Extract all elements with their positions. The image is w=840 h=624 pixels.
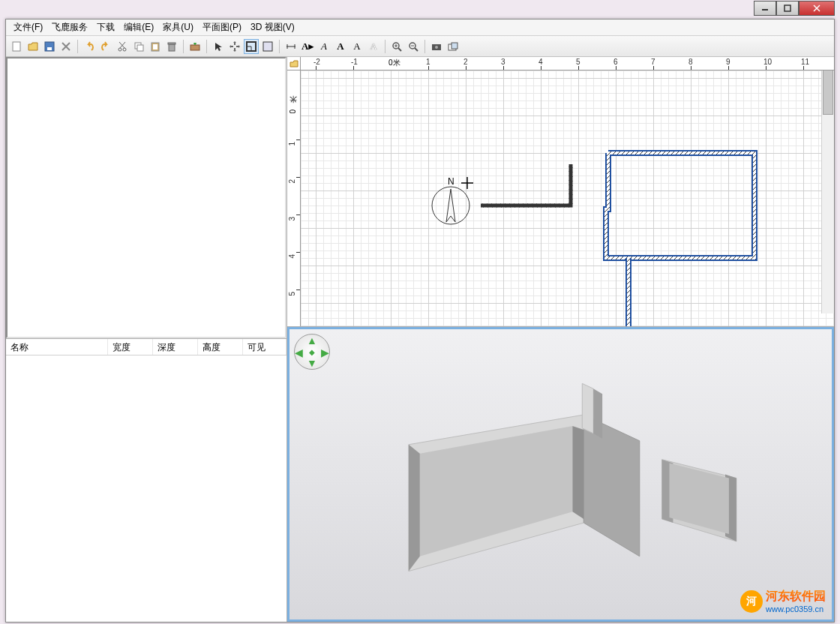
watermark: 河 河东软件园 www.pc0359.cn — [740, 589, 826, 614]
column-header-height[interactable]: 高度 — [198, 339, 243, 355]
svg-marker-48 — [584, 415, 639, 556]
save-icon[interactable] — [42, 39, 57, 54]
horizontal-ruler[interactable]: 0米 -2-11234567891011 — [301, 57, 834, 70]
nav-left-icon[interactable]: ◀ — [295, 346, 303, 358]
menu-edit[interactable]: 编辑(E) — [119, 20, 158, 35]
redo-icon[interactable] — [98, 39, 113, 54]
zoom-in-icon[interactable] — [389, 39, 404, 54]
column-header-width[interactable]: 宽度 — [108, 339, 153, 355]
text-outline-icon[interactable]: A — [366, 39, 381, 54]
menu-download[interactable]: 下载 — [92, 20, 119, 35]
create-rooms-icon[interactable] — [260, 39, 275, 54]
column-header-depth[interactable]: 深度 — [153, 339, 198, 355]
nav-right-icon[interactable]: ▶ — [321, 346, 329, 358]
svg-marker-52 — [582, 383, 593, 434]
ruler-tick: 8 — [688, 58, 693, 66]
ruler-tick: 1 — [288, 142, 296, 146]
furniture-list-panel: 名称 宽度 深度 高度 可见 — [6, 338, 286, 622]
ruler-tick: 3 — [501, 58, 506, 66]
view-3d-scene — [290, 329, 832, 620]
menu-file[interactable]: 文件(F) — [9, 20, 47, 35]
ruler-tick: 11 — [801, 58, 809, 66]
dimension-icon[interactable] — [284, 39, 298, 54]
svg-text:N: N — [448, 176, 454, 187]
scrollbar-thumb[interactable] — [823, 70, 833, 115]
open-icon[interactable] — [26, 39, 40, 54]
ruler-tick: 5 — [576, 58, 580, 66]
svg-marker-51 — [409, 445, 420, 572]
ruler-origin-h: 0米 — [388, 58, 400, 68]
right-column: 0米 -2-11234567891011 0米 123456 — [287, 57, 834, 622]
nav-down-icon[interactable]: ▼ — [307, 357, 317, 369]
model-box-large — [409, 415, 640, 572]
svg-rect-39 — [452, 43, 458, 49]
ruler-tick: 2 — [464, 58, 468, 66]
add-furniture-icon[interactable] — [188, 39, 202, 54]
export-icon[interactable] — [446, 39, 460, 54]
ruler-origin-v: 0米 — [288, 110, 298, 114]
cursor-crosshair-icon — [461, 177, 473, 189]
catalog-tree-panel[interactable] — [6, 57, 286, 338]
model-box-small — [662, 460, 736, 542]
prefs-icon[interactable] — [58, 39, 74, 54]
menu-plan[interactable]: 平面图(P) — [198, 20, 246, 35]
paste-icon[interactable] — [148, 39, 163, 54]
column-header-visible[interactable]: 可见 — [243, 339, 286, 355]
camera-icon[interactable] — [429, 39, 444, 54]
vertical-ruler[interactable]: 0米 123456 — [287, 70, 301, 326]
text-bold-icon[interactable]: A — [333, 39, 348, 54]
toolbar-separator — [385, 40, 386, 53]
window-maximize-button[interactable] — [776, 1, 799, 16]
menu-3dview[interactable]: 3D 视图(V) — [246, 20, 299, 35]
furniture-table-body[interactable] — [6, 356, 286, 622]
window-minimize-button[interactable] — [754, 1, 776, 16]
wall-segment-plain[interactable] — [481, 164, 571, 206]
nav-up-icon[interactable]: ▲ — [307, 334, 317, 346]
watermark-url: www.pc0359.cn — [766, 604, 826, 614]
toolbar-separator — [279, 40, 280, 53]
pan-tool-icon[interactable] — [227, 39, 242, 54]
ruler-tick: 2 — [288, 179, 296, 184]
svg-point-40 — [432, 187, 470, 224]
svg-line-11 — [120, 42, 125, 48]
toolbar: A▸ A A A A — [6, 36, 834, 57]
window-close-button[interactable] — [799, 1, 835, 16]
svg-rect-18 — [168, 43, 176, 44]
text-plain-icon[interactable]: A — [350, 39, 364, 54]
nav-center-icon[interactable]: ◆ — [309, 348, 315, 356]
svg-line-34 — [415, 48, 418, 51]
cut-icon[interactable] — [115, 39, 130, 54]
svg-rect-17 — [169, 44, 175, 51]
undo-icon[interactable] — [82, 39, 97, 54]
left-column: 名称 宽度 深度 高度 可见 — [6, 57, 287, 622]
text-tool-icon[interactable]: A▸ — [300, 39, 315, 54]
svg-rect-25 — [263, 42, 272, 51]
text-style-icon[interactable]: A — [316, 39, 332, 54]
furniture-table-header: 名称 宽度 深度 高度 可见 — [6, 339, 286, 356]
plan-scrollbar-vertical[interactable] — [821, 57, 834, 314]
copy-icon[interactable] — [131, 39, 146, 54]
ruler-tick: 7 — [651, 58, 656, 66]
menubar: 文件(F) 飞鹿服务 下载 编辑(E) 家具(U) 平面图(P) 3D 视图(V… — [6, 20, 834, 36]
column-header-name[interactable]: 名称 — [6, 339, 108, 355]
wall-room-selected[interactable] — [606, 153, 754, 258]
toolbar-separator — [206, 40, 207, 53]
3d-nav-rosette[interactable]: ▲ ▼ ◀ ▶ ◆ — [294, 334, 330, 370]
view-3d-panel[interactable]: ▲ ▼ ◀ ▶ ◆ 河 河东软件园 www.pc0359.cn — [287, 327, 834, 622]
ruler-tick: 1 — [426, 58, 430, 66]
plan-canvas[interactable]: N — [301, 70, 834, 326]
create-walls-icon[interactable] — [244, 39, 259, 54]
zoom-out-icon[interactable] — [406, 39, 421, 54]
ruler-tick: 5 — [288, 292, 296, 296]
delete-icon[interactable] — [164, 39, 179, 54]
toolbar-separator — [77, 40, 78, 53]
ruler-tick: 10 — [764, 58, 772, 66]
svg-line-12 — [119, 42, 124, 48]
svg-rect-4 — [13, 42, 20, 51]
new-icon[interactable] — [9, 39, 24, 54]
menu-furniture[interactable]: 家具(U) — [158, 20, 198, 35]
select-tool-icon[interactable] — [211, 39, 226, 54]
menu-service[interactable]: 飞鹿服务 — [47, 20, 92, 35]
ruler-tick: 4 — [538, 58, 543, 66]
ruler-tick: 9 — [726, 58, 730, 66]
